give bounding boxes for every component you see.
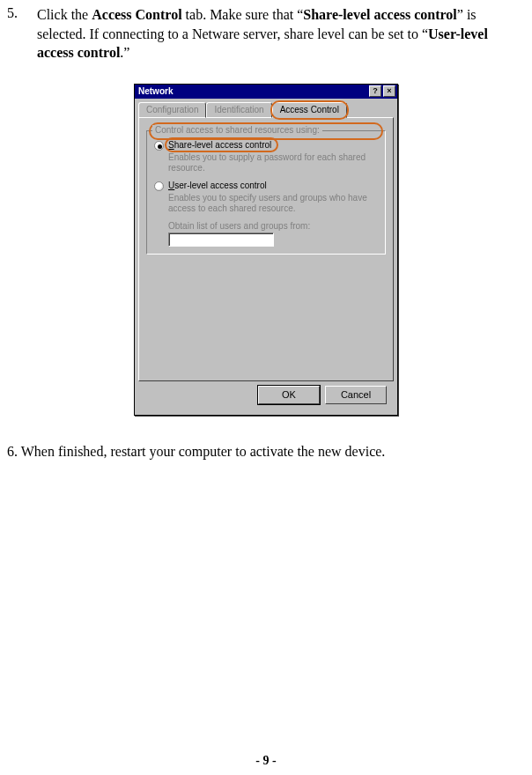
close-button[interactable]: × (383, 85, 395, 97)
radio-user-level[interactable] (154, 181, 164, 191)
ok-button[interactable]: OK (258, 386, 320, 404)
help-button[interactable]: ? (369, 85, 381, 97)
share-level-desc: Enables you to supply a password for eac… (168, 152, 378, 173)
group-legend: Control access to shared resources using… (152, 125, 322, 135)
dialog-title: Network (137, 86, 367, 96)
obtain-list-input[interactable] (168, 232, 274, 247)
step-5-number: 5. (7, 5, 37, 63)
page-number: - 9 - (0, 754, 532, 768)
network-dialog-figure: Network ? × Configuration Identification… (7, 84, 525, 416)
network-dialog: Network ? × Configuration Identification… (134, 84, 398, 416)
radio-user-level-label: User-level access control (168, 181, 267, 190)
obtain-list-label: Obtain list of users and groups from: (168, 221, 378, 231)
dialog-titlebar[interactable]: Network ? × (135, 85, 397, 99)
cancel-button[interactable]: Cancel (325, 386, 387, 404)
access-control-group: Control access to shared resources using… (146, 130, 386, 255)
tab-access-control[interactable]: Access Control (272, 102, 347, 118)
tab-configuration[interactable]: Configuration (138, 102, 206, 118)
step-6-text: 6. When finished, restart your computer … (7, 442, 525, 461)
step-5-text: Click the Access Control tab. Make sure … (37, 5, 525, 63)
radio-share-level-row[interactable]: Share-level access control (154, 140, 378, 151)
step-5: 5. Click the Access Control tab. Make su… (7, 5, 525, 63)
radio-share-level-label: Share-level access control (168, 140, 271, 150)
user-level-desc: Enables you to specify users and groups … (168, 193, 378, 214)
dialog-footer: OK Cancel (138, 381, 394, 411)
tab-panel: Control access to shared resources using… (138, 117, 394, 381)
radio-user-level-row[interactable]: User-level access control (154, 181, 378, 191)
radio-share-level[interactable] (154, 141, 164, 151)
tab-identification[interactable]: Identification (206, 102, 271, 118)
tabs: Configuration Identification Access Cont… (138, 102, 394, 118)
